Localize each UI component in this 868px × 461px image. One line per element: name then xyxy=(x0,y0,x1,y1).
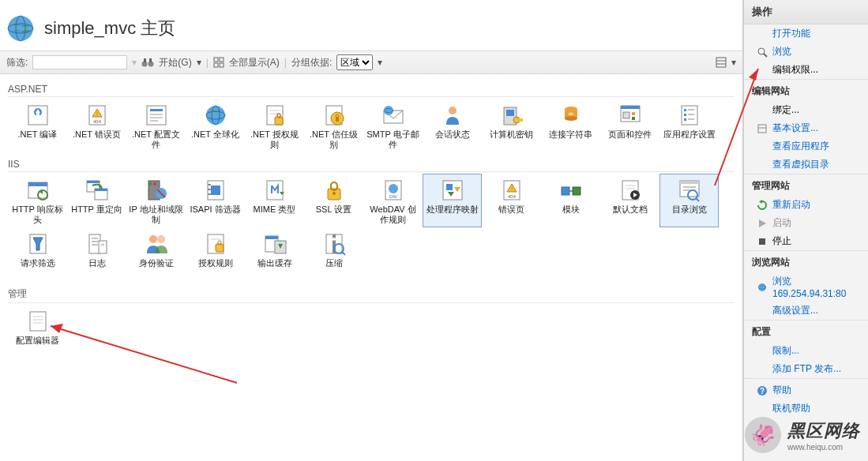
browse-link[interactable]: 浏览 xyxy=(744,43,868,61)
svg-rect-9 xyxy=(214,63,218,67)
feature-net-error-pages[interactable]: !404.NET 错误页 xyxy=(67,99,126,152)
globe-icon xyxy=(6,14,35,43)
svg-rect-99 xyxy=(573,187,581,195)
browse-icon xyxy=(757,47,768,58)
svg-rect-25 xyxy=(150,117,163,118)
svg-rect-64 xyxy=(28,182,47,186)
edit-permissions-link[interactable]: 编辑权限... xyxy=(744,61,868,79)
feature-http-redirect[interactable]: HTTP 重定向 xyxy=(67,174,126,227)
svg-rect-81 xyxy=(208,193,211,195)
browse-address-link[interactable]: 浏览 169.254.94.31:80 xyxy=(744,272,868,302)
webdav-icon: DAV xyxy=(381,178,406,203)
config-header: 配置 xyxy=(744,320,868,342)
svg-point-146 xyxy=(758,283,766,291)
svg-text:?: ? xyxy=(760,387,765,395)
open-feature-link[interactable]: 打开功能 xyxy=(744,24,868,43)
adv-settings-link[interactable]: 高级设置... xyxy=(744,302,868,320)
feature-label: MIME 类型 xyxy=(254,204,296,215)
stop-link[interactable]: 停止 xyxy=(744,232,868,250)
start-dropdown[interactable]: 开始(G) xyxy=(159,56,191,69)
feature-authz-rules[interactable]: 授权规则 xyxy=(186,227,245,281)
feature-label: 身份验证 xyxy=(139,258,174,268)
watermark-brand: 黑区网络 xyxy=(787,419,860,443)
ip-domain-icon xyxy=(144,178,169,203)
view-apps-link[interactable]: 查看应用程序 xyxy=(744,137,868,156)
title-bar: simple_mvc 主页 xyxy=(0,0,742,51)
feature-net-globalization[interactable]: .NET 全球化 xyxy=(186,99,245,152)
start-link[interactable]: 启动 xyxy=(744,214,868,232)
feature-conn-strings[interactable]: ab连接字符串 xyxy=(541,99,600,152)
feature-mime[interactable]: MIME 类型 xyxy=(245,174,304,227)
bindings-link[interactable]: 绑定... xyxy=(744,101,868,119)
smtp-icon xyxy=(381,103,406,128)
feature-label: 错误页 xyxy=(498,204,524,215)
restart-icon xyxy=(757,200,768,211)
feature-default-doc[interactable]: 默认文档 xyxy=(600,174,659,227)
view-toggle-icon[interactable] xyxy=(716,57,727,68)
feature-net-profiles[interactable]: .NET 配置文件 xyxy=(126,99,186,152)
feature-machine-key[interactable]: 计算机密钥 xyxy=(482,99,541,152)
browse-site-header: 浏览网站 xyxy=(744,250,868,272)
feature-webdav[interactable]: DAVWebDAV 创作规则 xyxy=(363,174,423,227)
feature-app-settings[interactable]: 应用程序设置 xyxy=(659,99,719,152)
feature-label: .NET 编译 xyxy=(18,129,58,140)
svg-rect-5 xyxy=(144,58,146,62)
svg-point-42 xyxy=(449,107,457,114)
feature-logging[interactable]: 日志 xyxy=(67,227,126,281)
handler-map-icon xyxy=(440,178,465,203)
section-mgmt: 管理 xyxy=(8,286,735,303)
add-ftp-link[interactable]: 添加 FTP 发布... xyxy=(744,360,868,378)
feature-label: 会话状态 xyxy=(435,129,470,140)
feature-authn[interactable]: 身份验证 xyxy=(126,227,186,281)
net-error-pages-icon: !404 xyxy=(85,103,110,128)
net-profiles-icon xyxy=(144,103,169,128)
feature-net-authz[interactable]: .NET 授权规则 xyxy=(245,99,304,152)
svg-rect-98 xyxy=(562,187,569,195)
basic-settings-link[interactable]: 基本设置... xyxy=(744,119,868,137)
feature-compression[interactable]: 压缩 xyxy=(304,227,363,281)
feature-label: SMTP 电子邮件 xyxy=(366,129,420,150)
svg-rect-68 xyxy=(87,181,100,183)
svg-point-121 xyxy=(157,235,165,243)
mgmt-grid: 配置编辑器 xyxy=(8,305,735,358)
feature-req-filter[interactable]: 请求筛选 xyxy=(8,227,67,281)
net-compile-icon xyxy=(25,103,51,128)
online-help-link[interactable]: 联机帮助 xyxy=(744,399,868,418)
modules-icon xyxy=(558,178,584,203)
feature-ip-domain[interactable]: IP 地址和域限制 xyxy=(126,174,186,227)
feature-dir-browse[interactable]: 目录浏览 xyxy=(659,174,719,227)
svg-point-27 xyxy=(206,106,225,125)
limits-link[interactable]: 限制... xyxy=(744,342,868,360)
svg-rect-107 xyxy=(680,181,699,184)
feature-smtp[interactable]: SMTP 电子邮件 xyxy=(363,99,423,152)
feature-label: 输出缓存 xyxy=(257,258,292,268)
feature-output-cache[interactable]: 输出缓存 xyxy=(245,227,304,281)
group-by-select[interactable]: 区域 xyxy=(336,54,373,70)
feature-pages-controls[interactable]: 页面和控件 xyxy=(600,99,659,152)
svg-text:404: 404 xyxy=(92,119,101,124)
filter-input[interactable] xyxy=(32,55,127,69)
restart-link[interactable]: 重新启动 xyxy=(744,196,868,214)
feature-ssl[interactable]: SSL 设置 xyxy=(304,174,363,227)
svg-rect-135 xyxy=(30,312,46,331)
feature-net-compile[interactable]: .NET 编译 xyxy=(8,99,67,152)
feature-handler-map[interactable]: 处理程序映射 xyxy=(423,174,482,227)
feature-label: 处理程序映射 xyxy=(426,204,479,215)
page-title: simple_mvc 主页 xyxy=(44,17,175,40)
show-all-button[interactable]: 全部显示(A) xyxy=(229,56,280,69)
feature-http-response[interactable]: HTTP 响应标头 xyxy=(8,174,67,227)
iis-grid: HTTP 响应标头HTTP 重定向IP 地址和域限制ISAPI 筛选器MIME … xyxy=(8,174,735,281)
actions-sidebar: 操作 打开功能 浏览 编辑权限... 编辑网站 绑定... 基本设置... 查看… xyxy=(743,0,868,461)
feature-config-editor[interactable]: 配置编辑器 xyxy=(8,305,67,358)
feature-label: 页面和控件 xyxy=(608,129,652,140)
help-link[interactable]: ?帮助 xyxy=(744,378,868,399)
feature-session-state[interactable]: 会话状态 xyxy=(423,99,482,152)
feature-isapi[interactable]: ISAPI 筛选器 xyxy=(186,174,245,227)
net-authz-icon xyxy=(262,103,287,128)
feature-error-pages[interactable]: !404错误页 xyxy=(482,174,541,227)
feature-modules[interactable]: 模块 xyxy=(541,174,600,227)
feature-net-trust[interactable]: .NET 信任级别 xyxy=(304,99,363,152)
view-vdirs-link[interactable]: 查看虚拟目录 xyxy=(744,156,868,174)
content-area: ASP.NET .NET 编译!404.NET 错误页.NET 配置文件.NET… xyxy=(0,74,742,461)
stop-icon xyxy=(757,236,768,247)
